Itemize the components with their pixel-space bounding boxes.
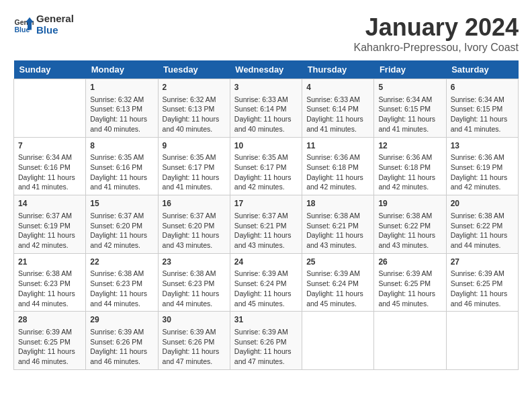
- calendar-week-row: 7Sunrise: 6:34 AMSunset: 6:16 PMDaylight…: [14, 137, 519, 195]
- day-info: Sunset: 6:21 PM: [306, 221, 369, 231]
- day-info: Sunrise: 6:39 AM: [451, 269, 514, 279]
- calendar-cell: [374, 312, 446, 370]
- day-header-saturday: Saturday: [446, 60, 518, 79]
- day-info: Sunset: 6:20 PM: [163, 221, 226, 231]
- day-info: Sunset: 6:14 PM: [306, 104, 369, 114]
- calendar-cell: 24Sunrise: 6:39 AMSunset: 6:24 PMDayligh…: [230, 253, 302, 312]
- day-number: 27: [451, 257, 514, 268]
- day-info: Sunrise: 6:39 AM: [378, 269, 441, 279]
- day-number: 7: [18, 140, 81, 152]
- main-title: January 2024: [354, 13, 519, 42]
- day-number: 22: [90, 257, 153, 268]
- day-header-thursday: Thursday: [302, 60, 374, 79]
- calendar-table: SundayMondayTuesdayWednesdayThursdayFrid…: [13, 60, 519, 370]
- day-info: Sunrise: 6:38 AM: [378, 211, 441, 221]
- day-info: Daylight: 11 hours and 43 minutes.: [234, 230, 298, 250]
- day-info: Daylight: 11 hours and 45 minutes.: [378, 289, 441, 308]
- day-info: Daylight: 11 hours and 43 minutes.: [306, 230, 369, 250]
- day-info: Daylight: 11 hours and 44 minutes.: [163, 289, 226, 308]
- day-number: 19: [378, 198, 441, 210]
- day-number: 1: [90, 82, 153, 93]
- day-info: Sunrise: 6:37 AM: [18, 211, 81, 221]
- calendar-cell: 21Sunrise: 6:38 AMSunset: 6:23 PMDayligh…: [14, 253, 86, 312]
- calendar-cell: 5Sunrise: 6:34 AMSunset: 6:15 PMDaylight…: [374, 79, 446, 138]
- day-info: Sunset: 6:26 PM: [90, 337, 153, 347]
- logo: General Blue General Blue: [13, 13, 74, 36]
- day-info: Daylight: 11 hours and 41 minutes.: [451, 114, 514, 134]
- day-info: Daylight: 11 hours and 47 minutes.: [234, 347, 298, 366]
- day-info: Sunset: 6:23 PM: [163, 279, 226, 289]
- day-info: Daylight: 11 hours and 42 minutes.: [378, 173, 441, 192]
- calendar-cell: 31Sunrise: 6:39 AMSunset: 6:26 PMDayligh…: [230, 312, 302, 370]
- calendar-week-row: 14Sunrise: 6:37 AMSunset: 6:19 PMDayligh…: [14, 195, 519, 254]
- day-info: Sunrise: 6:39 AM: [234, 327, 298, 337]
- day-header-wednesday: Wednesday: [230, 60, 302, 79]
- day-info: Sunset: 6:25 PM: [378, 279, 441, 289]
- day-number: 21: [18, 257, 81, 268]
- day-info: Sunset: 6:19 PM: [451, 163, 514, 173]
- calendar-cell: 3Sunrise: 6:33 AMSunset: 6:14 PMDaylight…: [230, 79, 302, 138]
- day-info: Sunrise: 6:35 AM: [90, 152, 153, 163]
- calendar-cell: 9Sunrise: 6:35 AMSunset: 6:17 PMDaylight…: [158, 137, 230, 195]
- calendar-cell: 1Sunrise: 6:32 AMSunset: 6:13 PMDaylight…: [86, 79, 158, 138]
- subtitle: Kahankro-Prepressou, Ivory Coast: [354, 42, 519, 54]
- day-info: Sunset: 6:21 PM: [234, 221, 298, 231]
- day-info: Daylight: 11 hours and 45 minutes.: [234, 289, 298, 308]
- day-info: Daylight: 11 hours and 40 minutes.: [234, 114, 298, 134]
- day-info: Daylight: 11 hours and 46 minutes.: [18, 347, 81, 366]
- calendar-cell: 25Sunrise: 6:39 AMSunset: 6:24 PMDayligh…: [302, 253, 374, 312]
- day-info: Sunrise: 6:39 AM: [90, 327, 153, 337]
- calendar-cell: 29Sunrise: 6:39 AMSunset: 6:26 PMDayligh…: [86, 312, 158, 370]
- calendar-cell: [446, 312, 518, 370]
- day-number: 4: [306, 82, 369, 93]
- day-info: Sunrise: 6:38 AM: [163, 269, 226, 279]
- day-info: Sunrise: 6:33 AM: [234, 95, 298, 105]
- day-info: Daylight: 11 hours and 46 minutes.: [451, 289, 514, 308]
- logo-text: General Blue: [36, 13, 74, 36]
- day-info: Daylight: 11 hours and 47 minutes.: [163, 347, 226, 366]
- calendar-cell: 7Sunrise: 6:34 AMSunset: 6:16 PMDaylight…: [14, 137, 86, 195]
- day-info: Sunset: 6:19 PM: [18, 221, 81, 231]
- calendar-cell: 30Sunrise: 6:39 AMSunset: 6:26 PMDayligh…: [158, 312, 230, 370]
- day-info: Sunrise: 6:33 AM: [306, 95, 369, 105]
- day-info: Sunrise: 6:34 AM: [451, 95, 514, 105]
- header: General Blue General Blue January 2024 K…: [13, 13, 519, 54]
- day-info: Sunset: 6:24 PM: [306, 279, 369, 289]
- day-number: 14: [18, 198, 81, 210]
- calendar-cell: 18Sunrise: 6:38 AMSunset: 6:21 PMDayligh…: [302, 195, 374, 254]
- calendar-cell: 2Sunrise: 6:32 AMSunset: 6:13 PMDaylight…: [158, 79, 230, 138]
- calendar-cell: [302, 312, 374, 370]
- calendar-cell: 11Sunrise: 6:36 AMSunset: 6:18 PMDayligh…: [302, 137, 374, 195]
- days-header-row: SundayMondayTuesdayWednesdayThursdayFrid…: [14, 60, 519, 79]
- day-info: Sunset: 6:13 PM: [163, 104, 226, 114]
- day-info: Sunrise: 6:36 AM: [378, 152, 441, 163]
- day-info: Sunrise: 6:39 AM: [163, 327, 226, 337]
- day-info: Daylight: 11 hours and 41 minutes.: [378, 114, 441, 134]
- day-number: 11: [306, 140, 369, 152]
- day-info: Sunrise: 6:36 AM: [451, 152, 514, 163]
- day-info: Daylight: 11 hours and 41 minutes.: [163, 173, 226, 192]
- day-info: Daylight: 11 hours and 42 minutes.: [306, 173, 369, 192]
- day-info: Daylight: 11 hours and 46 minutes.: [90, 347, 153, 366]
- day-number: 18: [306, 198, 369, 210]
- day-header-tuesday: Tuesday: [158, 60, 230, 79]
- day-number: 29: [90, 314, 153, 326]
- day-info: Sunset: 6:26 PM: [234, 337, 298, 347]
- day-number: 12: [378, 140, 441, 152]
- day-info: Sunset: 6:20 PM: [90, 221, 153, 231]
- day-number: 26: [378, 257, 441, 268]
- day-info: Sunrise: 6:37 AM: [234, 211, 298, 221]
- day-number: 13: [451, 140, 514, 152]
- day-number: 6: [451, 82, 514, 93]
- day-info: Sunrise: 6:38 AM: [90, 269, 153, 279]
- day-info: Sunrise: 6:38 AM: [451, 211, 514, 221]
- calendar-cell: [14, 79, 86, 138]
- day-info: Sunset: 6:16 PM: [18, 163, 81, 173]
- day-info: Sunset: 6:22 PM: [451, 221, 514, 231]
- day-info: Sunset: 6:25 PM: [451, 279, 514, 289]
- day-info: Daylight: 11 hours and 43 minutes.: [163, 230, 226, 250]
- day-info: Daylight: 11 hours and 42 minutes.: [18, 230, 81, 250]
- day-info: Daylight: 11 hours and 43 minutes.: [378, 230, 441, 250]
- day-info: Sunset: 6:18 PM: [306, 163, 369, 173]
- day-info: Daylight: 11 hours and 40 minutes.: [163, 114, 226, 134]
